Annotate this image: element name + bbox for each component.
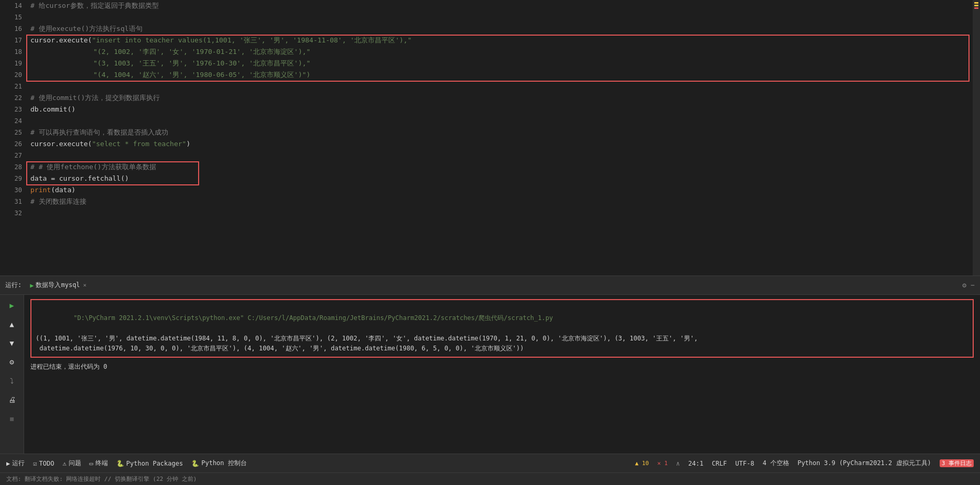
code-line-27 — [30, 150, 980, 161]
output-path-line: "D:\PyCharm 2021.2.1\venv\Scripts\python… — [36, 303, 968, 334]
code-line-22: # 使用commit()方法，提交到数据库执行 — [30, 92, 980, 104]
todo-icon: ☑ — [33, 460, 37, 467]
run-arrow-icon[interactable]: ⤵ — [6, 374, 18, 387]
output-exit-line: 进程已结束，退出代码为 0 — [30, 362, 974, 372]
run-icon: ▶ — [30, 282, 34, 289]
code-content[interactable]: # 给cursor参数，指定返回于典数据类型 # 使用execute()方法执行… — [26, 0, 980, 275]
python-packages-icon: 🐍 — [116, 460, 124, 467]
code-line-31: # 关闭数据库连接 — [30, 196, 980, 207]
code-line-25: # 可以再执行查询语句，看数据是否插入成功 — [30, 127, 980, 138]
run-play-icon[interactable]: ▶ — [6, 299, 18, 312]
error-count[interactable]: ✕ 1 — [657, 460, 668, 467]
code-line-20: "(4, 1004, '赵六', '男', '1980-06-05', '北京市… — [30, 69, 980, 81]
minimize-icon[interactable]: − — [971, 281, 975, 289]
warning-count[interactable]: ▲ 10 — [635, 460, 649, 467]
run-tab-label: 运行 — [12, 459, 25, 468]
tab-problems[interactable]: ⚠ 问题 — [62, 459, 81, 468]
indent-indicator: 4 个空格 — [763, 459, 789, 468]
run-up-icon[interactable]: ▲ — [6, 318, 18, 330]
close-tab-icon[interactable]: × — [83, 282, 87, 289]
run-sidebar: ▶ ▲ ▼ ⚙ ⤵ 🖨 ◼ — [0, 295, 24, 454]
code-line-28: # # 使用fetchone()方法获取单条数据 — [30, 161, 980, 173]
terminal-label: 终端 — [95, 459, 108, 468]
tab-python-packages[interactable]: 🐍 Python Packages — [116, 460, 183, 467]
run-settings2-icon[interactable]: ⚙ — [6, 356, 18, 368]
tab-python-console[interactable]: 🐍 Python 控制台 — [191, 459, 247, 468]
run-tab[interactable]: ▶ 数据导入mysql × — [28, 281, 89, 290]
code-line-30: print(data) — [30, 184, 980, 196]
output-path-text: "D:\PyCharm 2021.2.1\venv\Scripts\python… — [73, 314, 553, 322]
scrollbar-area[interactable] — [973, 0, 980, 275]
run-panel: 运行: ▶ 数据导入mysql × ⚙ − ▶ ▲ ▼ ⚙ ⤵ 🖨 ◼ "D:\… — [0, 275, 980, 454]
problems-label: 问题 — [69, 459, 81, 468]
run-label: 运行: — [5, 281, 21, 290]
line-numbers: 14 15 16 17 18 19 20 21 22 23 24 25 26 2… — [0, 0, 26, 275]
output-data-line1: ((1, 1001, '张三', '男', datetime.datetime(… — [36, 334, 968, 344]
run-stop-icon[interactable]: ◼ — [6, 412, 18, 425]
event-count[interactable]: 3 事件日志 — [940, 459, 974, 467]
code-line-19: "(3, 1003, '王五', '男', '1976-10-30', '北京市… — [30, 58, 980, 69]
run-tab-icon: ▶ — [6, 460, 10, 467]
code-line-26: cursor.execute("select * from teacher") — [30, 138, 980, 150]
code-line-16: # 使用execute()方法执行sql语句 — [30, 23, 980, 35]
run-panel-header: 运行: ▶ 数据导入mysql × ⚙ − — [0, 276, 980, 295]
crlf-indicator: CRLF — [712, 460, 727, 467]
settings-icon[interactable]: ⚙ — [962, 281, 966, 289]
todo-label: TODO — [39, 460, 54, 467]
editor-area: 14 15 16 17 18 19 20 21 22 23 24 25 26 2… — [0, 0, 980, 275]
encoding-indicator: UTF-8 — [735, 460, 754, 467]
run-print-icon[interactable]: 🖨 — [6, 393, 18, 406]
python-console-label: Python 控制台 — [201, 459, 247, 468]
code-line-23: db.commit() — [30, 104, 980, 115]
output-content-box: "D:\PyCharm 2021.2.1\venv\Scripts\python… — [30, 299, 974, 358]
code-line-17: cursor.execute("insert into teacher valu… — [30, 35, 980, 46]
run-panel-controls: ⚙ − — [962, 281, 975, 289]
tab-run[interactable]: ▶ 运行 — [6, 459, 25, 468]
code-line-14: # 给cursor参数，指定返回于典数据类型 — [30, 0, 980, 12]
code-line-21 — [30, 81, 980, 92]
output-data-line2: datetime.datetime(1976, 10, 30, 0, 0), '… — [36, 344, 968, 354]
info-text: 文档: 翻译文档失败: 网络连接超时 // 切换翻译引擎 (22 分钟 之前) — [6, 475, 197, 483]
code-line-24 — [30, 115, 980, 127]
status-right: ▲ 10 ✕ 1 ∧ 24:1 CRLF UTF-8 4 个空格 Python … — [635, 459, 974, 468]
tab-todo[interactable]: ☑ TODO — [33, 460, 54, 467]
python-packages-label: Python Packages — [126, 460, 183, 467]
warning-indicator — [974, 2, 978, 4]
code-line-32 — [30, 207, 980, 219]
tab-terminal[interactable]: ▭ 终端 — [90, 459, 108, 468]
run-panel-body: ▶ ▲ ▼ ⚙ ⤵ 🖨 ◼ "D:\PyCharm 2021.2.1\venv\… — [0, 295, 980, 454]
run-output[interactable]: "D:\PyCharm 2021.2.1\venv\Scripts\python… — [24, 295, 980, 454]
code-line-15 — [30, 12, 980, 23]
problems-icon: ⚠ — [62, 460, 66, 467]
run-tab-name: 数据导入mysql — [36, 281, 80, 290]
error-indicator — [974, 7, 978, 9]
terminal-icon: ▭ — [90, 460, 93, 467]
python-console-icon: 🐍 — [191, 460, 199, 467]
python-version-indicator: Python 3.9 (PyCharm2021.2 虚拟元工具) — [798, 459, 931, 468]
info-bar: 文档: 翻译文档失败: 网络连接超时 // 切换翻译引擎 (22 分钟 之前) — [0, 472, 980, 485]
code-line-18: "(2, 1002, '李四', '女', '1970-01-21', '北京市… — [30, 46, 980, 58]
line-col-indicator: 24:1 — [688, 460, 703, 467]
code-line-29: data = cursor.fetchall() — [30, 173, 980, 184]
bottom-tabs-bar: ▶ 运行 ☑ TODO ⚠ 问题 ▭ 终端 🐍 Python Packages … — [0, 454, 980, 472]
warning-indicator-2 — [974, 5, 978, 6]
run-down-icon[interactable]: ▼ — [6, 337, 18, 349]
